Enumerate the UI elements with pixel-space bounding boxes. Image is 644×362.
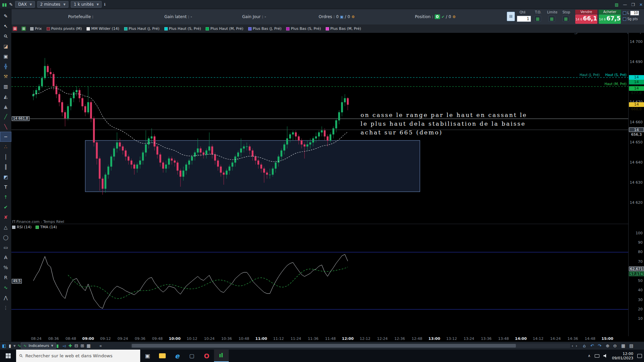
triangle-tool-icon[interactable]: △ <box>0 222 11 232</box>
label-tool-icon[interactable]: A <box>0 252 11 262</box>
retracement-icon[interactable]: % <box>0 262 11 273</box>
price-axis[interactable]: 14 70014 69014 68014 67014 66014 65014 6… <box>628 33 644 336</box>
edit-icon[interactable]: ✎ <box>9 2 13 7</box>
minimize-icon[interactable]: — <box>623 2 627 7</box>
info-icon[interactable]: ℹ <box>104 3 105 6</box>
save-icon[interactable]: ⊟ <box>74 343 78 349</box>
order-settings-icon[interactable]: ⚙ <box>352 15 355 19</box>
notifications-icon[interactable] <box>637 354 642 358</box>
legend-item[interactable]: Prix <box>30 26 42 31</box>
time-axis[interactable]: 08:2408:3608:4809:0009:1209:2409:3609:48… <box>11 336 628 342</box>
rotate-icon[interactable]: R <box>0 273 11 283</box>
print-icon[interactable]: ⊞ <box>80 343 84 349</box>
internet-explorer-icon[interactable]: e <box>170 350 184 362</box>
cursor-icon[interactable]: ↖ <box>0 21 11 31</box>
tools-icon[interactable]: ⚒ <box>0 71 11 81</box>
position-check-icon[interactable]: ✔ <box>441 15 444 19</box>
add-indicator-icon[interactable]: ▮ <box>56 343 59 349</box>
zoom-out-icon[interactable]: ⊖ <box>613 343 617 349</box>
cross-icon[interactable]: ✘ <box>0 212 11 222</box>
dots-tool-icon[interactable]: ∴ <box>0 142 11 152</box>
stop-order-icon[interactable]: ▦ <box>562 16 569 22</box>
vertical-line-icon[interactable]: │ <box>0 152 11 162</box>
chart-mode-icon[interactable]: ▥ <box>21 26 26 31</box>
bars-tool-icon[interactable]: ║ <box>0 162 11 172</box>
points-input[interactable]: 10 <box>630 11 639 15</box>
trading-app-taskbar-icon[interactable] <box>214 350 229 362</box>
units-selector[interactable]: 1 k unités ▼ <box>71 1 102 8</box>
text-tool-icon[interactable]: T <box>0 182 11 192</box>
keypad-icon[interactable]: ⊞ <box>507 12 515 21</box>
taskbar-search[interactable]: ⚲ Rechercher sur le web et dans Windows <box>16 350 140 362</box>
price-display-icon[interactable]: ▤ <box>13 26 17 31</box>
layout-icon[interactable]: ▨ <box>615 2 619 7</box>
zoom-tool-icon[interactable]: ⚲ <box>0 31 11 41</box>
legend-item[interactable]: Plus Bas (M, Pré) <box>326 26 361 31</box>
tray-chevron-icon[interactable]: ∧ <box>588 354 591 358</box>
start-button[interactable] <box>0 350 16 362</box>
sg-checkbox[interactable] <box>623 17 626 21</box>
opera-icon[interactable]: O <box>199 350 214 362</box>
network-icon[interactable] <box>595 354 599 358</box>
restore-icon[interactable]: ❒ <box>631 2 635 7</box>
order-list-icon[interactable]: ▣ <box>340 15 343 19</box>
rectangle-tool-icon[interactable]: ▭ <box>0 242 11 252</box>
scroll-left-icon[interactable]: ‹ <box>572 343 573 349</box>
collapse-left-icon[interactable]: « <box>99 343 102 349</box>
scrollbar-thumb[interactable] <box>132 344 516 348</box>
sell-button[interactable]: 14 6 66,1 <box>575 14 597 24</box>
draw-pencil-icon[interactable]: ✎ <box>0 11 11 21</box>
legend-item[interactable]: Plus Haut (M, Pré) <box>206 26 243 31</box>
legend-item[interactable]: Plus Haut (J, Pré) <box>124 26 160 31</box>
window-app-icon[interactable]: ▢ <box>184 350 199 362</box>
legend-item[interactable]: MM Wilder (14) <box>87 26 119 31</box>
link-icon[interactable]: ✚ <box>68 343 72 349</box>
more-tools-icon[interactable]: ⋮ <box>0 303 11 313</box>
check-icon[interactable]: ✔ <box>0 202 11 212</box>
horizontal-scrollbar[interactable] <box>131 344 570 348</box>
taskbar-clock[interactable]: 12:00 09/01/2023 <box>612 352 633 360</box>
horizontal-segment-icon[interactable]: ─ <box>0 132 11 142</box>
quantity-input[interactable]: 1 <box>517 16 531 22</box>
screenshot-icon[interactable]: ▦ <box>87 343 91 349</box>
share-icon[interactable]: ◅ <box>62 343 66 349</box>
task-view-button[interactable]: ▣ <box>140 350 155 362</box>
candle-mini-icon[interactable]: ▮ <box>9 343 11 349</box>
arrow-up-icon[interactable]: ↑ <box>0 192 11 202</box>
home-icon[interactable]: ⌂ <box>583 343 586 349</box>
zoom-in-icon[interactable]: ⊕ <box>606 343 609 349</box>
undo-icon[interactable]: ↶ <box>590 343 594 349</box>
timeframe-selector[interactable]: 2 minutes ▼ <box>37 1 68 8</box>
limit-order-icon[interactable]: ▦ <box>548 16 555 22</box>
grid-icon[interactable]: ▦ <box>621 343 625 349</box>
indicators-dropdown[interactable]: ∿ Indicateurs ▼ <box>21 343 56 349</box>
legend-item[interactable]: Plus Bas (S, Pré) <box>286 26 321 31</box>
cone-icon[interactable]: ▲ <box>0 102 11 112</box>
trash-icon[interactable]: ▥ <box>0 81 11 92</box>
legend-item[interactable]: Plus Haut (S, Pré) <box>164 26 201 31</box>
rsi-legend-item[interactable]: RSI (14) <box>12 225 32 229</box>
zigzag-icon[interactable]: ⋀ <box>0 293 11 303</box>
dropdown-arrow-icon[interactable]: ▾ <box>13 343 16 349</box>
volume-icon[interactable] <box>603 354 608 358</box>
chart-style-icon[interactable]: ◧ <box>2 343 6 349</box>
prism-icon[interactable]: ◭ <box>0 92 11 102</box>
rsi-legend-item[interactable]: TMA (14) <box>36 225 57 229</box>
panel-icon[interactable]: ▤ <box>629 343 633 349</box>
wave-mini-icon[interactable]: ∿ <box>17 343 21 349</box>
copy-icon[interactable]: ▣ <box>0 51 11 61</box>
trend-line-up-icon[interactable]: ╱ <box>0 112 11 122</box>
ellipse-tool-icon[interactable]: ◯ <box>0 232 11 242</box>
wave-tool-icon[interactable]: ∿ <box>0 283 11 293</box>
scroll-right-icon[interactable]: › <box>576 343 577 349</box>
eraser-icon[interactable]: ◪ <box>0 41 11 51</box>
position-settings-icon[interactable]: ⚙ <box>452 15 456 19</box>
trend-line-down-icon[interactable]: ╲ <box>0 122 11 132</box>
redo-icon[interactable]: ↷ <box>598 343 601 349</box>
legend-item[interactable]: Plus Bas (J, Pré) <box>248 26 282 31</box>
to-order-icon[interactable]: ▦ <box>534 16 541 22</box>
file-explorer-icon[interactable] <box>155 350 170 362</box>
area-chart-icon[interactable]: ◩ <box>0 172 11 182</box>
legend-item[interactable]: Points pivots (M) <box>47 26 82 31</box>
price-chart-svg[interactable] <box>11 33 628 336</box>
